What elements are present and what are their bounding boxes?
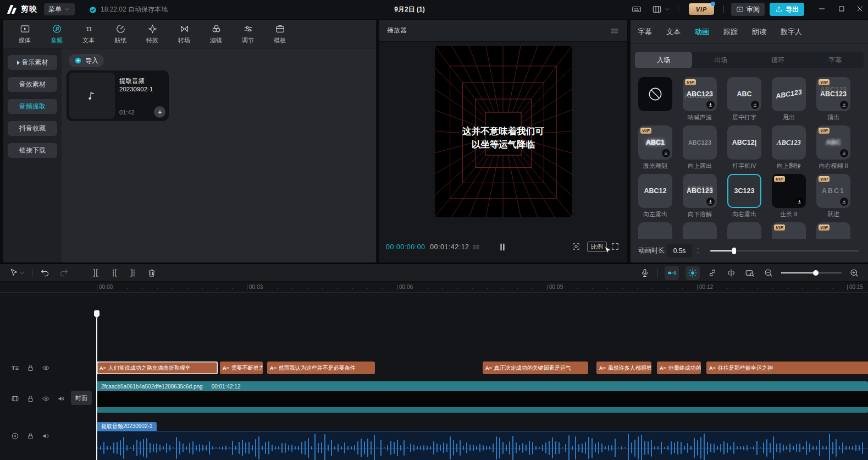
properties-tab-4[interactable]: 朗读	[752, 27, 766, 37]
link-button[interactable]	[706, 267, 718, 279]
animation-tile-4[interactable]: VIPABC123	[816, 77, 850, 111]
animation-tile-partial-1[interactable]	[683, 222, 717, 239]
sidebar-item-1[interactable]: 音效素材	[8, 77, 57, 92]
animation-tile-9[interactable]: VIPABC	[816, 125, 850, 160]
audio-asset-card[interactable]: 提取音频 20230902-1 01:42	[67, 70, 169, 121]
animation-tile-partial-2[interactable]	[727, 222, 761, 239]
animation-tile-2[interactable]: ABC	[727, 77, 761, 111]
download-icon[interactable]	[662, 149, 670, 157]
lock-icon[interactable]	[26, 432, 35, 440]
animation-subtab-3[interactable]: 字幕	[806, 52, 864, 68]
layout-button[interactable]	[652, 4, 662, 14]
lock-icon[interactable]	[26, 395, 35, 403]
sidebar-item-0[interactable]: 音乐素材	[8, 55, 57, 70]
video-preview[interactable]: 这并不意味着我们可 以坐等运气降临	[435, 46, 572, 217]
text-clip-3[interactable]: A≡真正决定成功的关键因素是运气	[483, 362, 588, 374]
text-clip-2[interactable]: A≡然而我认为这些并不是必要条件	[267, 362, 375, 374]
media-tab-sticker[interactable]: 贴纸	[104, 24, 136, 45]
media-tab-template[interactable]: 模板	[264, 24, 296, 45]
speaker-icon[interactable]	[57, 395, 65, 403]
animation-tile-partial-0[interactable]	[638, 222, 672, 239]
speaker-icon[interactable]	[42, 432, 50, 440]
split-left-button[interactable]	[108, 267, 120, 279]
media-tab-adjust[interactable]: 调节	[232, 24, 264, 45]
duration-slider[interactable]	[710, 247, 859, 255]
maximize-button[interactable]	[837, 4, 846, 13]
text-clip-5[interactable]: A≡但最终成功的人	[657, 362, 701, 374]
properties-tab-3[interactable]: 跟踪	[723, 27, 738, 37]
download-icon[interactable]	[840, 198, 848, 206]
slider-handle[interactable]	[732, 248, 736, 254]
record-voiceover-button[interactable]	[639, 267, 651, 279]
animation-subtab-2[interactable]: 循环	[749, 52, 806, 68]
zoom-in-button[interactable]	[848, 267, 860, 279]
download-icon[interactable]	[706, 101, 715, 109]
export-button[interactable]: 导出	[770, 3, 804, 16]
redo-button[interactable]	[58, 267, 70, 279]
animation-subtab-1[interactable]: 出场	[692, 52, 749, 68]
animation-tile-1[interactable]: VIPABC123	[683, 77, 717, 111]
magnet-snap-button[interactable]	[665, 266, 679, 280]
text-clip-1[interactable]: A≡需要不断努力	[220, 362, 263, 374]
sidebar-item-3[interactable]: 抖音收藏	[8, 121, 57, 136]
import-button[interactable]: 导入	[69, 54, 104, 67]
properties-tab-5[interactable]: 数字人	[781, 27, 802, 37]
animation-tile-0[interactable]	[638, 77, 672, 111]
animation-subtab-0[interactable]: 入场	[635, 52, 692, 68]
media-tab-transition[interactable]: 转场	[168, 24, 200, 45]
media-tab-filter[interactable]: 滤镜	[200, 24, 232, 45]
download-icon[interactable]	[751, 101, 759, 109]
text-clip-0[interactable]: A≡人们常说成功之路充满曲折和艰辛	[97, 362, 218, 374]
duration-stepper[interactable]	[695, 247, 700, 255]
animation-tile-14[interactable]: VIPABC1	[816, 174, 850, 208]
animation-tile-8[interactable]: ABC123	[772, 125, 806, 160]
cover-button[interactable]: 封面	[71, 391, 92, 405]
duration-value[interactable]: 0.5s	[667, 244, 692, 258]
animation-tile-13[interactable]: VIP	[772, 174, 806, 208]
text-clip-6[interactable]: A≡往往是那些被幸运之神	[706, 362, 868, 374]
download-icon[interactable]	[706, 198, 715, 206]
undo-button[interactable]	[39, 267, 51, 279]
animation-tile-partial-4[interactable]: VIP	[816, 222, 850, 239]
zoom-out-button[interactable]	[762, 267, 775, 279]
download-icon[interactable]	[840, 149, 848, 157]
shortcut-keyboard-button[interactable]	[632, 4, 642, 14]
animation-tile-partial-3[interactable]: VIP	[772, 222, 806, 239]
properties-tab-0[interactable]: 字幕	[638, 27, 652, 37]
video-clip[interactable]: 2fcaacb5a061b4a502dfe1208635c6d.png 00:0…	[97, 381, 868, 413]
frames-icon[interactable]	[472, 243, 480, 251]
animation-tile-7[interactable]: ABC12|	[727, 125, 761, 160]
select-tool-button[interactable]	[9, 267, 25, 279]
media-tab-media[interactable]: 媒体	[9, 24, 41, 45]
animation-tile-11[interactable]: ABC123	[683, 174, 717, 208]
close-button[interactable]	[855, 4, 864, 13]
eye-icon[interactable]	[42, 364, 50, 372]
media-tab-text[interactable]: TI文本	[73, 24, 104, 45]
add-to-timeline-button[interactable]	[154, 106, 165, 118]
review-button[interactable]: 审阅	[731, 3, 765, 16]
sidebar-item-4[interactable]: 链接下载	[8, 143, 57, 158]
media-tab-effects[interactable]: 特效	[136, 24, 168, 45]
eye-icon[interactable]	[42, 395, 50, 403]
preview-quality-button[interactable]	[744, 267, 756, 279]
animation-tile-3[interactable]: ABC123	[772, 77, 806, 111]
split-button[interactable]	[90, 267, 102, 279]
menu-button[interactable]: 菜单	[44, 3, 75, 15]
sidebar-item-2[interactable]: 音频提取	[8, 99, 57, 114]
auto-preview-button[interactable]	[685, 266, 700, 280]
stepper-up-icon[interactable]	[695, 247, 700, 250]
timeline-zoom-slider[interactable]	[781, 270, 842, 276]
lock-icon[interactable]	[26, 364, 35, 372]
text-clip-4[interactable]: A≡虽然许多人都很努力	[596, 362, 651, 374]
delete-button[interactable]	[146, 267, 158, 279]
animation-tile-12[interactable]: 3C123	[727, 174, 761, 208]
minimize-button[interactable]	[817, 4, 826, 13]
download-icon[interactable]	[795, 198, 804, 206]
divide-button[interactable]	[725, 267, 737, 279]
animation-tile-5[interactable]: VIPABC1	[638, 125, 672, 160]
animation-tile-10[interactable]: ABC12	[638, 174, 672, 208]
properties-tab-1[interactable]: 文本	[666, 27, 681, 37]
download-icon[interactable]	[840, 101, 848, 109]
layout-chevron-icon[interactable]	[664, 6, 671, 13]
split-right-button[interactable]	[127, 267, 139, 279]
